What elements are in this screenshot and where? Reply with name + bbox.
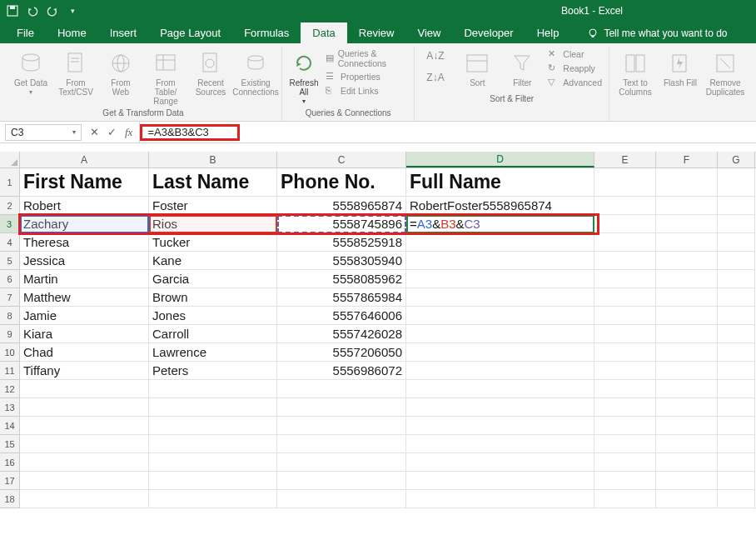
text-to-columns-button[interactable]: Text to Columns xyxy=(616,47,654,97)
from-text-csv-button[interactable]: From Text/CSV xyxy=(57,47,95,106)
sort-za-button[interactable]: Z↓A xyxy=(421,72,451,92)
col-header-f[interactable]: F xyxy=(656,152,718,168)
cell-g1[interactable] xyxy=(718,168,755,197)
queries-connections-item[interactable]: ▤Queries & Connections xyxy=(326,48,407,68)
tab-view[interactable]: View xyxy=(405,22,452,43)
row-header-6[interactable]: 6 xyxy=(0,270,20,288)
col-header-d[interactable]: D xyxy=(406,152,594,168)
svg-rect-11 xyxy=(157,55,175,70)
group-label-get-transform: Get & Transform Data xyxy=(102,106,183,119)
properties-item[interactable]: ☰Properties xyxy=(326,71,407,82)
select-all-corner[interactable] xyxy=(0,152,20,168)
flash-fill-button[interactable]: Flash Fill xyxy=(661,47,699,97)
col-header-e[interactable]: E xyxy=(594,152,656,168)
table-row: 2 Robert Foster 5558965874 RobertFoster5… xyxy=(0,197,756,215)
table-row: 5JessicaKane5558305940 xyxy=(0,252,756,270)
advanced-item[interactable]: ▽Advanced xyxy=(548,77,602,88)
row-header-3[interactable]: 3 xyxy=(0,215,20,233)
qat-customize-icon[interactable]: ▾ xyxy=(67,5,78,17)
properties-icon: ☰ xyxy=(326,71,337,82)
row-header-8[interactable]: 8 xyxy=(0,307,20,325)
cell-d2[interactable]: RobertFoster5558965874 xyxy=(406,197,594,215)
tab-home[interactable]: Home xyxy=(46,22,98,43)
row-header-2[interactable]: 2 xyxy=(0,197,20,215)
tell-me-search[interactable]: Tell me what you want to do xyxy=(580,23,734,43)
tab-data[interactable]: Data xyxy=(301,22,346,43)
col-header-g[interactable]: G xyxy=(718,152,755,168)
svg-rect-1 xyxy=(10,6,15,9)
sort-az-icon: A↓Z xyxy=(426,50,446,70)
svg-point-15 xyxy=(206,59,214,68)
table-row: 17 xyxy=(0,472,756,490)
svg-rect-5 xyxy=(68,53,82,72)
row-header-10[interactable]: 10 xyxy=(0,343,20,362)
edit-links-item[interactable]: ⎘Edit Links xyxy=(326,85,407,97)
col-header-b[interactable]: B xyxy=(149,152,277,168)
cell-a1[interactable]: First Name xyxy=(20,168,149,197)
cell-a3[interactable]: Zachary xyxy=(20,215,149,233)
list-icon: ▤ xyxy=(326,52,335,64)
row-header-4[interactable]: 4 xyxy=(0,233,20,252)
cell-c1[interactable]: Phone No. xyxy=(277,168,406,197)
cell-b3[interactable]: Rios xyxy=(149,215,277,233)
sort-label: Sort xyxy=(470,78,485,88)
cell-c3[interactable]: 5558745896 xyxy=(277,215,406,233)
col-header-c[interactable]: C xyxy=(277,152,406,168)
row-header-1[interactable]: 1 xyxy=(0,168,20,197)
from-table-range-button[interactable]: From Table/ Range xyxy=(147,47,185,106)
row-header-7[interactable]: 7 xyxy=(0,288,20,307)
filter-mini-list: ✕Clear ↻Reapply ▽Advanced xyxy=(548,47,602,92)
formula-input[interactable]: =A3&B3&C3 xyxy=(140,124,240,141)
cell-d1[interactable]: Full Name xyxy=(406,168,594,197)
enter-icon[interactable]: ✓ xyxy=(107,126,117,138)
group-queries-connections: Refresh All▾ ▤Queries & Connections ☰Pro… xyxy=(282,47,415,121)
tab-file[interactable]: File xyxy=(5,22,46,43)
tab-developer[interactable]: Developer xyxy=(452,22,525,43)
cell-d3[interactable]: =A3&B3&C3 xyxy=(406,215,594,233)
refresh-all-button[interactable]: Refresh All▾ xyxy=(289,47,319,106)
reapply-item[interactable]: ↻Reapply xyxy=(548,62,602,74)
clear-filter-item[interactable]: ✕Clear xyxy=(548,48,602,60)
tab-insert[interactable]: Insert xyxy=(98,22,149,43)
formula-bar: C3 ▾ ✕ ✓ fx =A3&B3&C3 xyxy=(0,122,756,143)
svg-rect-14 xyxy=(203,53,216,72)
filter-button[interactable]: Filter xyxy=(503,47,541,92)
sort-az-button[interactable]: A↓Z xyxy=(421,50,451,70)
row-header-5[interactable]: 5 xyxy=(0,252,20,270)
tab-page-layout[interactable]: Page Layout xyxy=(148,22,232,43)
table-row: 6MartinGarcia5558085962 xyxy=(0,270,756,288)
name-box-dropdown-icon[interactable]: ▾ xyxy=(72,128,76,136)
from-table-label: From Table/ Range xyxy=(147,78,185,106)
tab-review[interactable]: Review xyxy=(347,22,406,43)
cell-c2[interactable]: 5558965874 xyxy=(277,197,406,215)
flash-fill-icon xyxy=(667,50,694,77)
save-icon[interactable] xyxy=(7,5,18,17)
cell-a2[interactable]: Robert xyxy=(20,197,149,215)
reapply-icon: ↻ xyxy=(548,62,560,74)
fx-icon[interactable]: fx xyxy=(125,126,132,139)
redo-icon[interactable] xyxy=(47,5,58,17)
get-data-button[interactable]: Get Data▾ xyxy=(12,47,50,106)
tab-formulas[interactable]: Formulas xyxy=(232,22,301,43)
group-data-tools: Text to Columns Flash Fill Remove Duplic… xyxy=(609,47,751,121)
cell-b2[interactable]: Foster xyxy=(149,197,277,215)
cell-b1[interactable]: Last Name xyxy=(149,168,277,197)
existing-connections-button[interactable]: Existing Connections xyxy=(236,47,275,106)
row-header-9[interactable]: 9 xyxy=(0,325,20,343)
sort-button[interactable]: Sort xyxy=(458,47,496,92)
from-web-button[interactable]: From Web xyxy=(102,47,140,106)
table-row: 13 xyxy=(0,398,756,417)
tab-help[interactable]: Help xyxy=(525,22,571,43)
worksheet-grid[interactable]: 1 First Name Last Name Phone No. Full Na… xyxy=(0,168,756,508)
cell-f1[interactable] xyxy=(656,168,718,197)
cell-e1[interactable] xyxy=(594,168,656,197)
text-columns-icon xyxy=(622,50,649,77)
col-header-a[interactable]: A xyxy=(20,152,149,168)
remove-duplicates-button[interactable]: Remove Duplicates xyxy=(706,47,744,97)
cancel-icon[interactable]: ✕ xyxy=(90,126,99,138)
undo-icon[interactable] xyxy=(27,5,38,17)
name-box[interactable]: C3 ▾ xyxy=(5,124,82,141)
recent-sources-button[interactable]: Recent Sources xyxy=(191,47,230,106)
formula-bar-buttons: ✕ ✓ fx xyxy=(83,122,140,142)
row-header-11[interactable]: 11 xyxy=(0,362,20,380)
